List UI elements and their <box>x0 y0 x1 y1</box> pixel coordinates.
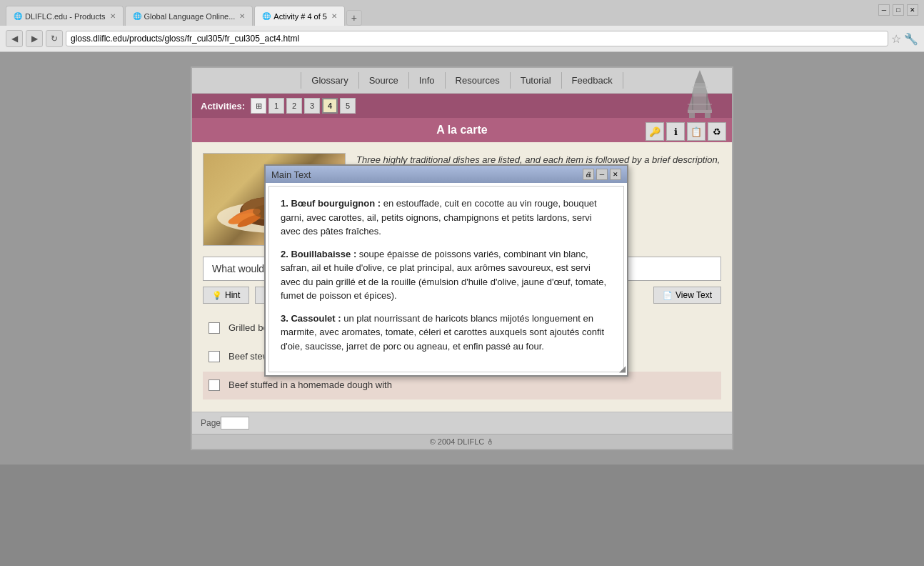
svg-marker-0 <box>695 70 705 83</box>
nav-tutorial[interactable]: Tutorial <box>511 72 562 89</box>
view-text-icon: 📄 <box>663 291 673 300</box>
nav-source[interactable]: Source <box>359 72 409 89</box>
activity-4[interactable]: 4 <box>322 98 338 114</box>
page-input[interactable] <box>221 417 249 430</box>
main-text-popup: Main Text 🖨 ─ ✕ 1. Bœuf bourguignon : en… <box>264 164 628 377</box>
activity-buttons: ⊞ 1 2 3 4 5 <box>251 98 356 114</box>
answer-text-3: Beef stuffed in a homemade dough with <box>229 379 392 392</box>
browser-chrome: 🌐 DLIFLC.edu - Products ✕ 🌐 Global Langu… <box>0 0 924 52</box>
copyright-bar: © 2004 DLIFLC 🕯 <box>192 434 732 449</box>
new-tab-button[interactable]: + <box>346 10 362 26</box>
settings-wrench[interactable]: 🔧 <box>904 32 918 46</box>
nav-feedback[interactable]: Feedback <box>562 72 623 89</box>
hint-icon: 💡 <box>212 291 222 300</box>
list-icon-btn[interactable]: 📋 <box>687 122 705 141</box>
popup-title: Main Text <box>271 169 311 180</box>
nav-links: Glossary Source Info Resources Tutorial … <box>301 72 623 89</box>
checkbox-3[interactable] <box>209 379 220 391</box>
refresh-icon-btn[interactable]: ♻ <box>708 122 726 141</box>
svg-rect-7 <box>692 94 693 110</box>
svg-rect-8 <box>706 94 708 110</box>
popup-entry-1: 1. Bœuf bourguignon : en estouffade, cui… <box>281 197 612 239</box>
resize-handle[interactable]: ◢ <box>619 364 626 374</box>
tab-close-3[interactable]: ✕ <box>331 12 337 20</box>
refresh-button[interactable]: ↻ <box>46 30 63 47</box>
view-text-button[interactable]: 📄 View Text <box>653 287 721 304</box>
address-bar-row: ◀ ▶ ↻ ☆ 🔧 <box>0 26 924 51</box>
activities-label: Activities: <box>201 101 245 111</box>
tab-close-1[interactable]: ✕ <box>110 12 116 20</box>
top-nav: Glossary Source Info Resources Tutorial … <box>192 68 732 94</box>
svg-rect-4 <box>688 110 712 113</box>
activity-2[interactable]: 2 <box>286 98 302 114</box>
close-button[interactable]: ✕ <box>907 4 918 16</box>
hint-button[interactable]: 💡 Hint <box>203 287 249 304</box>
page-footer: Page <box>192 412 732 434</box>
header-with-logo: Activities: ⊞ 1 2 3 4 5 <box>192 94 732 118</box>
tab-dliflc[interactable]: 🌐 DLIFLC.edu - Products ✕ <box>6 6 124 26</box>
popup-entry-2: 2. Bouillabaisse : soupe épaisse de pois… <box>281 247 612 303</box>
eiffel-tower-image <box>675 69 725 122</box>
activity-5[interactable]: 5 <box>340 98 356 114</box>
activity-3[interactable]: 3 <box>304 98 320 114</box>
tab-activity[interactable]: 🌐 Activity # 4 of 5 ✕ <box>254 6 345 26</box>
page-label: Page <box>201 418 221 428</box>
minimize-button[interactable]: ─ <box>878 4 890 16</box>
nav-info[interactable]: Info <box>409 72 446 89</box>
section-header: A la carte 🔑 ℹ 📋 ♻ <box>192 118 732 142</box>
checkbox-2[interactable] <box>209 351 220 362</box>
popup-print-button[interactable]: 🖨 <box>583 169 594 180</box>
window-controls: ─ □ ✕ <box>878 4 918 16</box>
nav-glossary[interactable]: Glossary <box>301 72 358 89</box>
activity-1[interactable]: 1 <box>268 98 284 114</box>
key-icon-btn[interactable]: 🔑 <box>646 122 664 141</box>
back-button[interactable]: ◀ <box>6 30 23 47</box>
forward-button[interactable]: ▶ <box>26 30 43 47</box>
popup-entry-3: 3. Cassoulet : un plat nourrissant de ha… <box>281 312 612 354</box>
popup-minimize-button[interactable]: ─ <box>596 169 608 180</box>
checkbox-1[interactable] <box>209 322 220 334</box>
info-icon-btn[interactable]: ℹ <box>666 122 685 141</box>
svg-marker-1 <box>692 83 708 94</box>
nav-resources[interactable]: Resources <box>446 72 511 89</box>
svg-rect-2 <box>692 94 708 96</box>
popup-controls: 🖨 ─ ✕ <box>583 169 621 180</box>
section-icons: 🔑 ℹ 📋 ♻ <box>646 118 726 145</box>
maximize-button[interactable]: □ <box>893 4 904 16</box>
tab-close-2[interactable]: ✕ <box>239 12 245 20</box>
page-content: Glossary Source Info Resources Tutorial … <box>0 52 924 465</box>
activities-bar: Activities: ⊞ 1 2 3 4 5 <box>192 94 732 118</box>
tab-global[interactable]: 🌐 Global Language Online... ✕ <box>125 6 253 26</box>
popup-title-bar: Main Text 🖨 ─ ✕ <box>266 166 627 183</box>
address-input[interactable] <box>66 31 888 46</box>
popup-content: 1. Bœuf bourguignon : en estouffade, cui… <box>268 186 624 372</box>
svg-marker-3 <box>688 96 712 110</box>
popup-close-button[interactable]: ✕ <box>610 169 621 180</box>
copyright-text: © 2004 DLIFLC 🕯 <box>430 437 495 446</box>
bookmark-star[interactable]: ☆ <box>891 32 901 46</box>
activity-home[interactable]: ⊞ <box>251 98 266 114</box>
tab-bar: 🌐 DLIFLC.edu - Products ✕ 🌐 Global Langu… <box>0 0 924 26</box>
